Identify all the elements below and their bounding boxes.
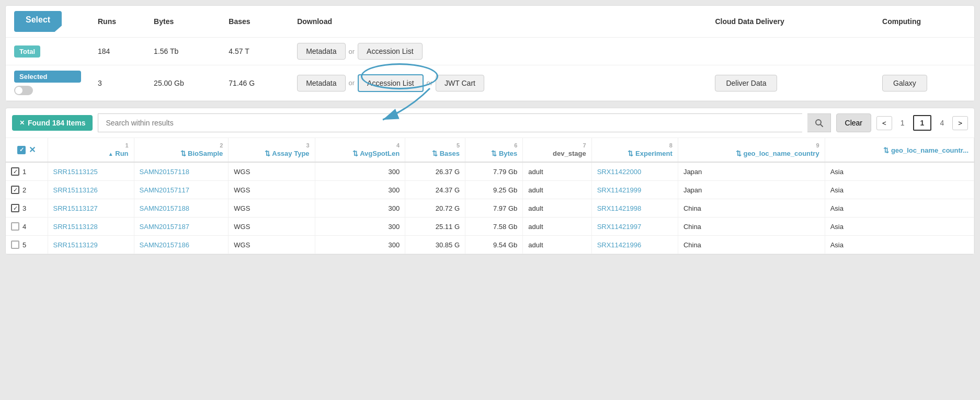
total-pages: 4 — [933, 116, 950, 130]
pagination: < 1 1 4 > — [876, 115, 968, 131]
table-row: 3 SRR15113127 SAMN20157188 WGS 300 20.72… — [6, 199, 974, 218]
selected-jwt-button[interactable]: JWT Cart — [436, 75, 484, 92]
row-assay: WGS — [229, 236, 315, 254]
col-header-experiment: 8 ⇅ Experiment — [591, 138, 678, 162]
row-run[interactable]: SRR15113127 — [48, 199, 134, 218]
total-runs: 184 — [89, 38, 145, 65]
row-country: China — [678, 199, 825, 218]
table-row: 5 SRR15113129 SAMN20157186 WGS 300 30.85… — [6, 236, 974, 254]
search-input[interactable] — [98, 113, 802, 132]
selected-badge: Selected — [14, 71, 81, 83]
row-devstage: adult — [523, 162, 591, 181]
row-run[interactable]: SRR15113126 — [48, 181, 134, 199]
row-checkbox-cell: 2 — [6, 181, 48, 199]
total-accession-button[interactable]: Accession List — [358, 43, 422, 60]
row-avgspot: 300 — [315, 218, 405, 236]
col-header-avgspot: 4 ⇅ AvgSpotLen — [315, 138, 405, 162]
total-bases: 4.57 T — [220, 38, 289, 65]
selected-metadata-button[interactable]: Metadata — [297, 75, 345, 92]
row-assay: WGS — [229, 218, 315, 236]
col-header-devstage: 7 dev_stage — [523, 138, 591, 162]
table-header-row: ✓ ✕ 1 ▲ Run 2 ⇅ BioSample — [6, 138, 974, 162]
row-index: 3 — [22, 204, 26, 212]
table-row: 4 SRR15113128 SAMN20157187 WGS 300 25.11… — [6, 218, 974, 236]
deselect-all-button[interactable]: ✕ — [29, 145, 36, 155]
sort-arrow-run: ▲ — [108, 151, 113, 157]
total-badge: Total — [14, 45, 40, 58]
row-country: Japan — [678, 162, 825, 181]
selected-runs: 3 — [89, 65, 145, 101]
select-button[interactable]: Select — [14, 11, 62, 32]
row-bytes: 9.25 Gb — [465, 181, 523, 199]
row-bases: 25.11 G — [405, 218, 465, 236]
search-button[interactable] — [807, 113, 831, 132]
results-bar: ✕ Found 184 Items Clear < 1 1 4 > — [6, 108, 974, 138]
selected-bytes: 25.00 Gb — [145, 65, 220, 101]
row-devstage: adult — [523, 236, 591, 254]
selected-toggle[interactable] — [14, 86, 33, 95]
row-avgspot: 300 — [315, 162, 405, 181]
row-avgspot: 300 — [315, 199, 405, 218]
deliver-data-button[interactable]: Deliver Data — [715, 75, 777, 92]
row-checkbox[interactable] — [11, 204, 19, 212]
row-experiment[interactable]: SRX11421998 — [591, 199, 678, 218]
table-row: 2 SRR15113126 SAMN20157117 WGS 300 24.37… — [6, 181, 974, 199]
row-run[interactable]: SRR15113129 — [48, 236, 134, 254]
current-page: 1 — [913, 115, 932, 131]
row-bases: 24.37 G — [405, 181, 465, 199]
bottom-card: ✕ Found 184 Items Clear < 1 1 4 > — [5, 108, 975, 255]
row-devstage: adult — [523, 181, 591, 199]
row-checkbox[interactable] — [11, 167, 19, 176]
row-experiment[interactable]: SRX11421999 — [591, 181, 678, 199]
next-page-button[interactable]: > — [952, 116, 968, 130]
found-items-badge: ✕ Found 184 Items — [12, 115, 93, 131]
selected-accession-button[interactable]: Accession List — [358, 74, 423, 92]
row-run[interactable]: SRR15113125 — [48, 162, 134, 181]
row-bytes: 7.58 Gb — [465, 218, 523, 236]
row-country: Japan — [678, 181, 825, 199]
col-runs: Runs — [89, 6, 145, 38]
summary-table: Select Runs Bytes Bases Download Cloud D… — [6, 6, 974, 101]
selected-row: Selected 3 25.00 Gb 71.46 G Metadata or … — [6, 65, 974, 101]
row-devstage: adult — [523, 199, 591, 218]
row-biosample[interactable]: SAMN20157186 — [134, 236, 229, 254]
row-biosample[interactable]: SAMN20157187 — [134, 218, 229, 236]
row-checkbox[interactable] — [11, 222, 19, 231]
table-body: 1 SRR15113125 SAMN20157118 WGS 300 26.37… — [6, 162, 974, 254]
row-country: China — [678, 236, 825, 254]
row-biosample[interactable]: SAMN20157118 — [134, 162, 229, 181]
page-input-display: 1 — [894, 116, 911, 130]
row-checkbox[interactable] — [11, 186, 19, 194]
row-run[interactable]: SRR15113128 — [48, 218, 134, 236]
row-biosample[interactable]: SAMN20157117 — [134, 181, 229, 199]
row-experiment[interactable]: SRX11421997 — [591, 218, 678, 236]
row-assay: WGS — [229, 199, 315, 218]
row-region: Asia — [825, 199, 974, 218]
row-avgspot: 300 — [315, 181, 405, 199]
col-bases: Bases — [220, 6, 289, 38]
row-checkbox[interactable] — [11, 241, 19, 249]
row-avgspot: 300 — [315, 236, 405, 254]
col-header-run: 1 ▲ Run — [48, 138, 134, 162]
col-header-region: ⇅ geo_loc_name_countr... — [825, 138, 974, 162]
total-metadata-button[interactable]: Metadata — [297, 43, 345, 60]
select-all-checkbox[interactable]: ✓ — [17, 146, 26, 154]
prev-page-button[interactable]: < — [876, 116, 892, 130]
row-experiment[interactable]: SRX11422000 — [591, 162, 678, 181]
col-download: Download — [289, 6, 706, 38]
row-checkbox-cell: 1 — [6, 162, 48, 181]
total-bytes: 1.56 Tb — [145, 38, 220, 65]
selected-download-group: Metadata or Accession List or JWT Cart — [297, 74, 698, 92]
row-biosample[interactable]: SAMN20157188 — [134, 199, 229, 218]
galaxy-button[interactable]: Galaxy — [882, 75, 927, 92]
top-card: Select Runs Bytes Bases Download Cloud D… — [5, 5, 975, 101]
clear-button[interactable]: Clear — [836, 113, 871, 132]
separator-or-1: or — [349, 48, 355, 55]
row-experiment[interactable]: SRX11421996 — [591, 236, 678, 254]
col-header-biosample: 2 ⇅ BioSample — [134, 138, 229, 162]
svg-line-2 — [821, 124, 823, 127]
page-wrapper: Select Runs Bytes Bases Download Cloud D… — [0, 0, 980, 260]
col-computing: Computing — [874, 6, 974, 38]
check-header-col: ✓ ✕ — [6, 138, 48, 162]
col-header-country: 9 ⇅ geo_loc_name_country — [678, 138, 825, 162]
